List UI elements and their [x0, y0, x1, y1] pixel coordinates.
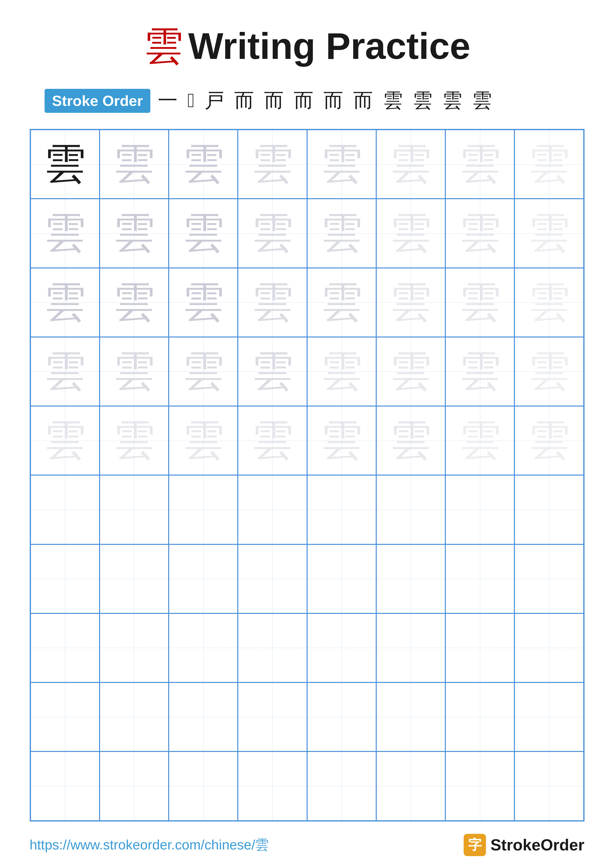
grid-cell[interactable]: 雲 [307, 130, 376, 199]
grid-cell-empty[interactable] [31, 475, 99, 544]
grid-cell[interactable]: 雲 [307, 199, 376, 268]
grid-cell[interactable]: 雲 [376, 199, 445, 268]
grid-cell[interactable]: 雲 [169, 268, 238, 337]
grid-cell-empty[interactable] [445, 544, 515, 614]
grid-cell[interactable]: 雲 [31, 406, 99, 475]
grid-cell-empty[interactable] [307, 614, 376, 682]
grid-cell[interactable]: 雲 [515, 406, 583, 475]
footer-brand: 字 StrokeOrder [464, 834, 584, 856]
grid-cell[interactable]: 雲 [445, 337, 515, 406]
practice-char-faint: 雲 [459, 274, 501, 331]
practice-char-faint: 雲 [44, 343, 86, 400]
grid-cell-empty[interactable] [445, 614, 515, 682]
practice-char-faint: 雲 [113, 274, 155, 331]
grid-cell[interactable]: 雲 [238, 130, 307, 199]
grid-cell[interactable]: 雲 [99, 268, 169, 337]
grid-cell-empty[interactable] [515, 544, 583, 614]
practice-char-faint: 雲 [390, 205, 432, 262]
grid-cell-empty[interactable] [307, 682, 376, 752]
grid-cell[interactable]: 雲 [238, 268, 307, 337]
practice-char-faint: 雲 [390, 343, 432, 400]
grid-cell[interactable]: 雲 [99, 406, 169, 475]
grid-cell[interactable]: 雲 [376, 406, 445, 475]
grid-cell-empty[interactable] [31, 682, 99, 752]
grid-cell-empty[interactable] [307, 475, 376, 544]
grid-cell[interactable]: 雲 [31, 199, 99, 268]
grid-cell-empty[interactable] [515, 614, 583, 682]
practice-char-faint: 雲 [113, 343, 155, 400]
grid-cell-empty[interactable] [515, 475, 583, 544]
grid-cell-empty[interactable] [31, 614, 99, 682]
grid-cell-empty[interactable] [169, 614, 238, 682]
grid-cell-empty[interactable] [99, 544, 169, 614]
grid-cell-empty[interactable] [31, 752, 99, 820]
grid-cell-empty[interactable] [515, 682, 583, 752]
grid-cell[interactable]: 雲 [238, 337, 307, 406]
brand-icon: 字 [464, 834, 486, 856]
grid-cell[interactable]: 雲 [515, 199, 583, 268]
grid-cell-empty[interactable] [376, 544, 445, 614]
grid-cell-empty[interactable] [238, 475, 307, 544]
grid-cell[interactable]: 雲 [515, 337, 583, 406]
grid-cell[interactable]: 雲 [169, 337, 238, 406]
grid-cell-empty[interactable] [169, 544, 238, 614]
grid-cell-empty[interactable] [376, 614, 445, 682]
grid-cell-empty[interactable] [515, 752, 583, 820]
grid-cell-empty[interactable] [99, 752, 169, 820]
grid-cell-empty[interactable] [238, 752, 307, 820]
practice-char-faint: 雲 [182, 274, 224, 331]
grid-cell[interactable]: 雲 [238, 199, 307, 268]
practice-char-faint: 雲 [252, 205, 294, 262]
grid-cell-empty[interactable] [99, 614, 169, 682]
grid-cell-empty[interactable] [445, 682, 515, 752]
grid-cell[interactable]: 雲 [445, 406, 515, 475]
practice-char-faint: 雲 [44, 274, 86, 331]
grid-cell[interactable]: 雲 [31, 130, 99, 199]
grid-cell[interactable]: 雲 [307, 406, 376, 475]
grid-cell-empty[interactable] [238, 544, 307, 614]
grid-cell[interactable]: 雲 [99, 130, 169, 199]
grid-cell[interactable]: 雲 [31, 337, 99, 406]
footer-url[interactable]: https://www.strokeorder.com/chinese/雲 [30, 836, 269, 854]
grid-cell-empty[interactable] [376, 475, 445, 544]
grid-cell[interactable]: 雲 [445, 268, 515, 337]
grid-cell[interactable]: 雲 [445, 130, 515, 199]
grid-cell-empty[interactable] [445, 475, 515, 544]
grid-cell-empty[interactable] [238, 682, 307, 752]
grid-cell[interactable]: 雲 [376, 268, 445, 337]
practice-char-faint: 雲 [528, 343, 570, 400]
grid-cell[interactable]: 雲 [376, 130, 445, 199]
grid-cell[interactable]: 雲 [31, 268, 99, 337]
grid-cell-empty[interactable] [307, 752, 376, 820]
grid-cell[interactable]: 雲 [99, 337, 169, 406]
grid-cell[interactable]: 雲 [515, 268, 583, 337]
grid-cell-empty[interactable] [99, 475, 169, 544]
grid-cell-empty[interactable] [169, 752, 238, 820]
grid-cell[interactable]: 雲 [307, 337, 376, 406]
grid-cell[interactable]: 雲 [445, 199, 515, 268]
grid-cell-empty[interactable] [169, 682, 238, 752]
practice-char-faint: 雲 [459, 412, 501, 469]
brand-name: StrokeOrder [490, 835, 584, 854]
grid-cell-empty[interactable] [99, 682, 169, 752]
practice-char-faint: 雲 [252, 274, 294, 331]
grid-cell-empty[interactable] [376, 682, 445, 752]
grid-cell[interactable]: 雲 [238, 406, 307, 475]
grid-cell[interactable]: 雲 [169, 199, 238, 268]
grid-cell[interactable]: 雲 [169, 130, 238, 199]
grid-cell[interactable]: 雲 [169, 406, 238, 475]
grid-cell-empty[interactable] [169, 475, 238, 544]
grid-cell-empty[interactable] [376, 752, 445, 820]
grid-cell-empty[interactable] [307, 544, 376, 614]
grid-cell[interactable]: 雲 [99, 199, 169, 268]
practice-char-faint: 雲 [113, 412, 155, 469]
grid-cell[interactable]: 雲 [376, 337, 445, 406]
practice-char-faint: 雲 [113, 136, 155, 192]
grid-cell[interactable]: 雲 [307, 268, 376, 337]
practice-char-faint: 雲 [113, 205, 155, 262]
grid-cell-empty[interactable] [31, 544, 99, 614]
grid-cell-empty[interactable] [445, 752, 515, 820]
grid-cell[interactable]: 雲 [515, 130, 583, 199]
grid-cell-empty[interactable] [238, 614, 307, 682]
title-char: 雲 [144, 26, 183, 66]
